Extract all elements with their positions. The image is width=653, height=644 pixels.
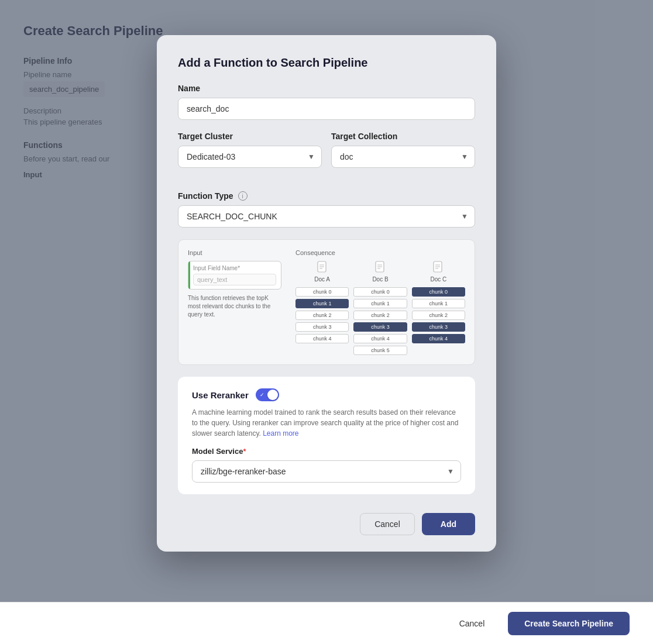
- model-service-required-star: *: [243, 447, 246, 456]
- doc-b-icon: Doc B: [372, 261, 388, 283]
- name-input[interactable]: [178, 98, 475, 120]
- reranker-description: A machine learning model trained to rank…: [192, 407, 461, 439]
- target-collection-label: Target Collection: [331, 132, 475, 141]
- doc-a-chunk2: chunk 2: [295, 311, 349, 320]
- function-type-label: Function Type: [178, 191, 233, 201]
- doc-a-chunk4: chunk 4: [295, 334, 349, 343]
- doc-c-chunk4: chunk 4: [412, 334, 465, 343]
- function-type-select-wrapper: SEARCH_DOC_CHUNK ▼: [178, 205, 475, 228]
- input-field-box: Input Field Name* query_text: [188, 261, 281, 290]
- doc-a-chunk3: chunk 3: [295, 322, 349, 332]
- modal-title: Add a Function to Search Pipeline: [178, 56, 475, 70]
- doc-b-label: Doc B: [372, 276, 388, 283]
- doc-b-chunk5: chunk 5: [353, 346, 407, 355]
- input-field-name-label: Input Field Name*: [193, 265, 276, 271]
- function-type-group: Function Type i SEARCH_DOC_CHUNK ▼: [178, 191, 475, 228]
- bottom-cancel-button[interactable]: Cancel: [445, 613, 499, 634]
- function-diagram: Input Input Field Name* query_text This …: [178, 239, 475, 365]
- doc-c-chunk0: chunk 0: [412, 287, 465, 297]
- function-type-label-row: Function Type i: [178, 191, 475, 201]
- doc-c-icon: Doc C: [430, 261, 446, 283]
- doc-b-chunk1: chunk 1: [353, 299, 407, 308]
- doc-c-chunk3: chunk 3: [412, 322, 465, 332]
- learn-more-link[interactable]: Learn more: [263, 429, 298, 438]
- doc-c-column: Doc C chunk 0 chunk 1 chunk 2 chunk 3 ch…: [412, 261, 465, 355]
- modal-overlay: Add a Function to Search Pipeline Name T…: [0, 0, 653, 644]
- reranker-title: Use Reranker: [192, 390, 249, 400]
- doc-b-chunk3: chunk 3: [353, 322, 407, 332]
- create-pipeline-button[interactable]: Create Search Pipeline: [508, 612, 630, 635]
- diagram-inner: Input Input Field Name* query_text This …: [188, 249, 465, 355]
- doc-a-icon: Doc A: [314, 261, 330, 283]
- doc-b-chunk0: chunk 0: [353, 287, 407, 297]
- reranker-section: Use Reranker ✓ A machine learning model …: [178, 377, 475, 494]
- cancel-button[interactable]: Cancel: [360, 513, 415, 535]
- model-service-select-wrapper: zilliz/bge-reranker-base ▼: [192, 460, 461, 483]
- toggle-knob: [267, 390, 278, 400]
- doc-b-column: Doc B chunk 0 chunk 1 chunk 2 chunk 3 ch…: [353, 261, 407, 355]
- model-service-label: Model Service*: [192, 447, 461, 456]
- diagram-consequence-label: Consequence: [295, 249, 465, 256]
- target-cluster-group: Target Cluster Dedicated-03 ▼: [178, 132, 322, 168]
- target-cluster-select-wrapper: Dedicated-03 ▼: [178, 146, 322, 168]
- diagram-consequence-section: Consequence Doc A: [295, 249, 465, 355]
- model-service-select[interactable]: zilliz/bge-reranker-base: [192, 460, 461, 483]
- target-cluster-label: Target Cluster: [178, 132, 322, 141]
- doc-a-label: Doc A: [314, 276, 330, 283]
- diagram-input-section: Input Input Field Name* query_text This …: [188, 249, 281, 355]
- diagram-desc: This function retrieves the topK most re…: [188, 294, 281, 319]
- target-cluster-select[interactable]: Dedicated-03: [178, 146, 322, 168]
- doc-c-label: Doc C: [430, 276, 446, 283]
- target-collection-select[interactable]: doc: [331, 146, 475, 168]
- consequence-columns: Doc A chunk 0 chunk 1 chunk 2 chunk 3 ch…: [295, 261, 465, 355]
- doc-a-chunk0: chunk 0: [295, 287, 349, 297]
- diagram-input-label: Input: [188, 249, 281, 256]
- bottom-bar: Cancel Create Search Pipeline: [0, 602, 653, 644]
- name-field-group: Name: [178, 84, 475, 120]
- doc-c-chunk2: chunk 2: [412, 311, 465, 320]
- modal-dialog: Add a Function to Search Pipeline Name T…: [157, 35, 496, 552]
- doc-a-column: Doc A chunk 0 chunk 1 chunk 2 chunk 3 ch…: [295, 261, 349, 355]
- modal-footer: Cancel Add: [178, 508, 475, 535]
- toggle-check-icon: ✓: [260, 392, 264, 398]
- reranker-header: Use Reranker ✓: [192, 388, 461, 401]
- input-field-placeholder: query_text: [193, 274, 276, 285]
- add-button[interactable]: Add: [422, 513, 475, 535]
- doc-a-chunk1: chunk 1: [295, 299, 349, 308]
- target-collection-select-wrapper: doc ▼: [331, 146, 475, 168]
- function-type-select[interactable]: SEARCH_DOC_CHUNK: [178, 205, 475, 228]
- target-collection-group: Target Collection doc ▼: [331, 132, 475, 168]
- doc-c-chunk1: chunk 1: [412, 299, 465, 308]
- function-type-info-icon[interactable]: i: [238, 191, 248, 201]
- doc-b-chunk2: chunk 2: [353, 311, 407, 320]
- cluster-collection-row: Target Cluster Dedicated-03 ▼ Target Col…: [178, 132, 475, 180]
- reranker-toggle[interactable]: ✓: [256, 388, 279, 401]
- name-label: Name: [178, 84, 475, 93]
- doc-b-chunk4: chunk 4: [353, 334, 407, 343]
